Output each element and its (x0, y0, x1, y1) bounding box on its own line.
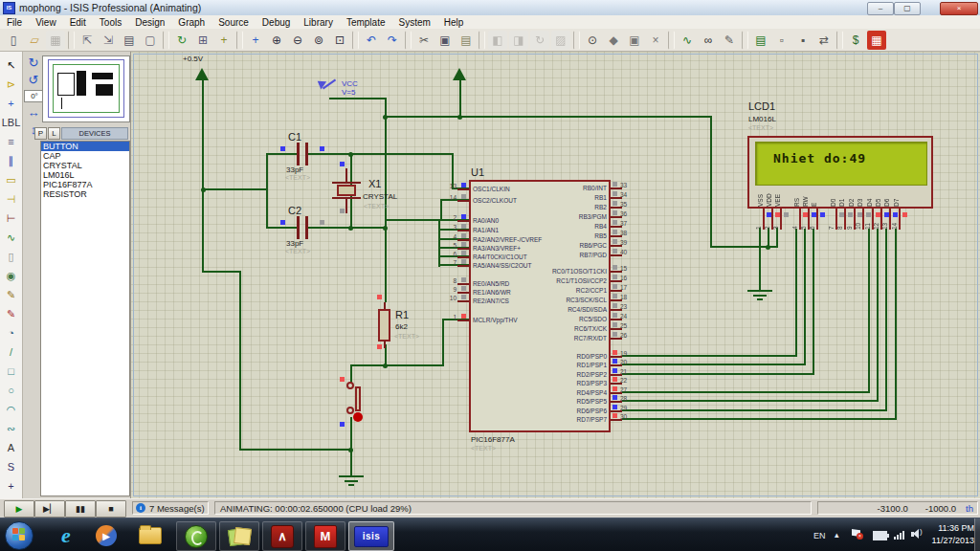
show-desktop-button[interactable] (974, 518, 980, 551)
message-panel[interactable]: i 7 Message(s) (132, 501, 209, 515)
rotate-cw-button[interactable]: ↻ (25, 55, 42, 71)
cut-icon[interactable]: ✂ (414, 31, 434, 50)
search-tag-icon[interactable]: ∞ (699, 31, 718, 50)
copy-block-icon[interactable]: ◧ (488, 31, 507, 50)
toggle-grid-icon[interactable]: ⊞ (193, 31, 212, 50)
text-script-icon[interactable]: ≡ (2, 132, 21, 151)
device-list-item[interactable]: RESISTOR (41, 189, 129, 199)
delete-block-icon[interactable]: ▨ (551, 31, 570, 50)
bill-of-materials-icon[interactable]: $ (846, 31, 865, 50)
zoom-out-icon[interactable]: ⊖ (288, 31, 307, 50)
zoom-all-icon[interactable]: ⊚ (309, 31, 328, 50)
virtual-instruments-icon[interactable]: ◔ (2, 323, 21, 342)
menu-item[interactable]: Graph (171, 17, 212, 28)
button-state-dot[interactable] (353, 412, 363, 422)
open-design-icon[interactable]: ▱ (25, 31, 44, 50)
origin-icon[interactable]: + (214, 31, 234, 50)
device-pin-icon[interactable]: ⊢ (2, 209, 21, 228)
copy-icon[interactable]: ▣ (435, 31, 455, 50)
language-indicator[interactable]: EN (813, 531, 826, 540)
tape-recorder-icon[interactable]: ▯ (2, 247, 21, 266)
mark-output-area-icon[interactable]: ▢ (141, 31, 160, 50)
voltage-probe-icon[interactable]: ✎ (2, 285, 21, 304)
design-explorer-icon[interactable]: ▤ (751, 31, 770, 50)
new-design-icon[interactable]: ▯ (4, 31, 23, 50)
print-icon[interactable]: ▤ (120, 31, 139, 50)
toolbar-icon[interactable] (836, 31, 843, 50)
selection-mode-icon[interactable]: ↖ (2, 55, 21, 75)
menu-item[interactable]: Library (297, 17, 340, 28)
subcircuit-icon[interactable]: ▭ (2, 170, 21, 189)
2d-text-icon[interactable]: A (2, 438, 21, 457)
undo-icon[interactable]: ↶ (362, 31, 381, 50)
tray-expand-icon[interactable]: ▴ (835, 530, 839, 540)
menu-item[interactable]: Debug (256, 17, 297, 28)
resistor-body[interactable] (378, 309, 390, 342)
stop-button[interactable]: ■ (96, 500, 126, 518)
junction-dot-icon[interactable]: + (2, 94, 21, 113)
packaging-tool-icon[interactable]: ▣ (625, 31, 644, 50)
2d-marker-icon[interactable]: + (2, 476, 21, 496)
step-button[interactable]: ▶▏ (34, 500, 65, 518)
2d-arc-icon[interactable]: ◠ (2, 400, 21, 419)
close-button[interactable]: × (940, 2, 978, 15)
graph-mode-icon[interactable]: ∿ (2, 228, 21, 247)
pan-icon[interactable]: + (246, 31, 265, 50)
mplab-app-button[interactable]: M (305, 521, 345, 551)
toolbar-icon[interactable] (352, 31, 359, 50)
maximize-button[interactable]: ▢ (894, 2, 921, 15)
start-button[interactable] (5, 521, 33, 550)
wire-label-icon[interactable]: LBL (2, 113, 21, 132)
menu-item[interactable]: Source (212, 17, 256, 28)
paste-icon[interactable]: ▤ (457, 31, 476, 50)
2d-line-icon[interactable]: / (2, 342, 21, 362)
sticky-notes-app-button[interactable] (219, 521, 259, 551)
media-player-icon[interactable]: ▶ (94, 523, 119, 548)
tray-clock[interactable]: 11:36 PM 11/27/2013 (932, 522, 974, 547)
menu-item[interactable]: Design (128, 17, 171, 28)
2d-path-icon[interactable]: ∾ (2, 419, 21, 438)
toolbar-icon[interactable] (742, 31, 748, 50)
redo-icon[interactable]: ↷ (383, 31, 402, 50)
new-sheet-icon[interactable]: ▫ (772, 31, 791, 50)
toolbar-icon[interactable] (163, 31, 169, 50)
play-button[interactable]: ▶ (4, 500, 34, 518)
crystal-body[interactable] (337, 185, 356, 196)
internet-explorer-icon[interactable]: e (54, 523, 78, 548)
device-list-item[interactable]: CRYSTAL (41, 161, 129, 170)
toolbar-icon[interactable] (479, 31, 485, 50)
proteus-app-button[interactable] (176, 521, 216, 551)
device-list-item[interactable]: LM016L (41, 170, 129, 180)
action-center-icon[interactable]: × (852, 529, 860, 537)
goto-sheet-icon[interactable]: ⇄ (814, 31, 834, 50)
button-actuator[interactable] (355, 386, 361, 411)
minimize-button[interactable]: – (867, 2, 894, 15)
decompose-icon[interactable]: × (646, 31, 665, 50)
menu-item[interactable]: View (29, 17, 63, 28)
rotate-ccw-button[interactable]: ↺ (25, 73, 42, 88)
wire-autorouter-icon[interactable]: ∿ (678, 31, 697, 50)
menu-item[interactable]: File (0, 17, 29, 28)
toolbar-icon[interactable] (405, 31, 412, 50)
2d-circle-icon[interactable]: ○ (2, 381, 21, 400)
electrical-rule-check-icon[interactable]: ▦ (867, 31, 886, 50)
device-list-item[interactable]: BUTTON (41, 142, 129, 151)
library-button[interactable]: L (48, 127, 60, 140)
isis-app-button-active[interactable]: isis (348, 521, 394, 551)
2d-symbol-icon[interactable]: S (2, 457, 21, 476)
menu-item[interactable]: Tools (93, 17, 128, 28)
component-mode-icon[interactable]: ⊳ (2, 75, 21, 94)
device-list-item[interactable]: CAP (41, 151, 129, 161)
pick-devices-button[interactable]: P (34, 127, 47, 140)
battery-icon[interactable] (873, 531, 887, 540)
windows-explorer-icon[interactable] (138, 523, 163, 548)
bus-mode-icon[interactable]: ∥ (2, 151, 21, 170)
menu-item[interactable]: Template (340, 17, 392, 28)
save-design-icon[interactable]: ▦ (46, 31, 65, 50)
import-section-icon[interactable]: ⇱ (78, 31, 97, 50)
make-device-icon[interactable]: ◆ (604, 31, 623, 50)
property-assignment-icon[interactable]: ✎ (720, 31, 739, 50)
toolbar-icon[interactable] (236, 31, 243, 50)
overview-window[interactable] (42, 55, 130, 122)
pick-device-icon[interactable]: ⊙ (583, 31, 602, 50)
